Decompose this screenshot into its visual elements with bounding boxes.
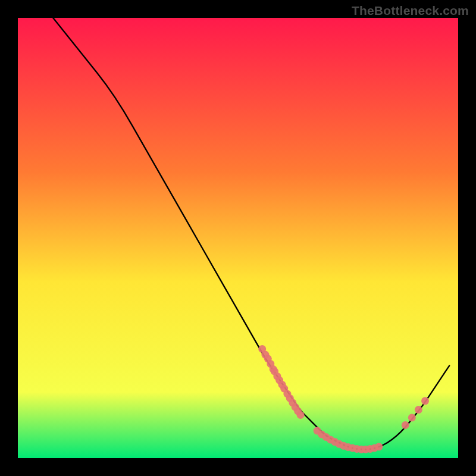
gradient-background [18,18,458,458]
watermark-text: TheBottleneck.com [352,4,469,18]
data-point [297,411,305,419]
chart-svg [18,18,458,458]
data-point [421,397,429,405]
data-point [408,414,416,421]
plot-area [18,18,458,458]
data-point [402,421,409,429]
data-point [375,443,383,450]
data-point [415,406,422,414]
chart-frame: TheBottleneck.com [0,0,476,476]
